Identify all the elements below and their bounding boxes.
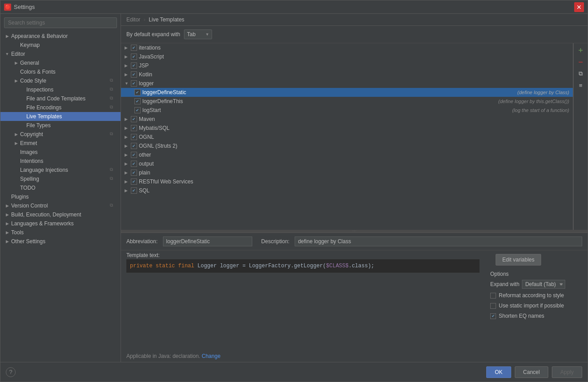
- add-template-button[interactable]: +: [575, 45, 586, 56]
- template-group-iterations[interactable]: ▶ iterations: [121, 43, 573, 52]
- shorten-eq-checkbox[interactable]: [490, 313, 496, 319]
- template-group-sql[interactable]: ▶ SQL: [121, 186, 573, 195]
- remove-template-button[interactable]: −: [575, 57, 586, 67]
- template-group-output[interactable]: ▶ output: [121, 159, 573, 168]
- sidebar-item-code-style[interactable]: Code Style ⧉: [0, 76, 121, 85]
- template-group-restful[interactable]: ▶ RESTful Web Services: [121, 177, 573, 186]
- static-import-checkbox[interactable]: [490, 303, 496, 309]
- sidebar-item-images[interactable]: Images: [0, 148, 121, 157]
- template-item-label: loggerDefineThis: [142, 98, 496, 104]
- help-button[interactable]: ?: [6, 367, 16, 377]
- checkbox-icon[interactable]: [131, 71, 137, 78]
- sidebar-item-plugins[interactable]: Plugins: [0, 192, 121, 201]
- arrow-icon: ▶: [125, 63, 131, 68]
- sidebar-item-inspections[interactable]: Inspections ⧉: [0, 85, 121, 94]
- template-item-loggerDefinethis[interactable]: loggerDefineThis (define logger by this.…: [121, 97, 573, 106]
- change-link[interactable]: Change: [202, 353, 221, 359]
- template-group-ognl[interactable]: ▶ OGNL: [121, 133, 573, 141]
- detail-area: Abbreviation: Description: Template text…: [121, 233, 588, 362]
- sidebar-item-keymap[interactable]: Keymap: [0, 41, 121, 50]
- reformat-checkbox[interactable]: [490, 293, 496, 299]
- sidebar-item-live-templates[interactable]: Live Templates: [0, 112, 121, 121]
- checkbox-icon[interactable]: [131, 45, 137, 51]
- sidebar-item-label: Languages & Frameworks: [10, 220, 117, 227]
- checkbox-icon[interactable]: [131, 152, 137, 158]
- apply-button[interactable]: Apply: [552, 366, 582, 378]
- checkbox-icon[interactable]: [131, 187, 137, 194]
- search-input[interactable]: [4, 17, 117, 28]
- sidebar-item-build[interactable]: Build, Execution, Deployment: [0, 210, 121, 219]
- sidebar-item-label: Plugins: [10, 194, 117, 200]
- sidebar-item-copyright[interactable]: Copyright ⧉: [0, 130, 121, 139]
- checkbox-icon[interactable]: [134, 89, 141, 96]
- checkbox-icon[interactable]: [131, 62, 137, 69]
- sidebar-item-label: File Types: [25, 122, 117, 129]
- copy-template-button[interactable]: ⧉: [575, 68, 586, 79]
- options-checkboxes: Reformat according to style Use static i…: [490, 292, 582, 321]
- arrow-icon: ▶: [125, 72, 131, 77]
- sidebar-item-language-injections[interactable]: Language Injections ⧉: [0, 166, 121, 174]
- checkbox-icon[interactable]: [131, 170, 137, 176]
- template-group-maven[interactable]: ▶ Maven: [121, 115, 573, 124]
- sidebar-item-tools[interactable]: Tools: [0, 228, 121, 237]
- sidebar-item-label: File Encodings: [25, 104, 110, 111]
- checkbox-icon[interactable]: [131, 143, 137, 149]
- template-group-mybatis[interactable]: ▶ Mybatis/SQL: [121, 124, 573, 133]
- checkbox-icon[interactable]: [131, 125, 137, 131]
- move-template-button[interactable]: ≡: [575, 80, 586, 91]
- code-editor[interactable]: private static final Logger logger = Log…: [126, 259, 480, 273]
- sidebar-item-languages[interactable]: Languages & Frameworks: [0, 219, 121, 228]
- close-button[interactable]: ✕: [574, 2, 584, 12]
- expand-with-option-label: Expand with: [490, 281, 519, 287]
- sidebar-item-file-encodings[interactable]: File Encodings ⧉: [0, 103, 121, 112]
- sidebar-item-file-code-templates[interactable]: File and Code Templates ⧉: [0, 94, 121, 103]
- checkbox-icon[interactable]: [134, 107, 141, 113]
- checkbox-icon[interactable]: [131, 80, 137, 87]
- checkbox-icon[interactable]: [131, 54, 137, 60]
- sidebar-item-intentions[interactable]: Intentions: [0, 157, 121, 166]
- sidebar-item-colors-fonts[interactable]: Colors & Fonts: [0, 67, 121, 76]
- checkbox-icon[interactable]: [134, 98, 141, 104]
- template-group-javascript[interactable]: ▶ JavaScript: [121, 52, 573, 61]
- expand-with-option-select[interactable]: Default (Tab) Tab Enter Space: [522, 280, 565, 289]
- ok-button[interactable]: OK: [486, 366, 511, 378]
- applicable-row: Applicable in Java: declaration. Change: [121, 350, 485, 362]
- arrow-icon: [4, 212, 10, 218]
- sidebar-item-label: Build, Execution, Deployment: [10, 212, 117, 218]
- template-group-label: JavaScript: [139, 54, 569, 60]
- sidebar-item-emmet[interactable]: Emmet: [0, 139, 121, 148]
- template-group-kotlin[interactable]: ▶ Kotlin: [121, 70, 573, 79]
- sidebar-item-spelling[interactable]: Spelling ⧉: [0, 174, 121, 183]
- template-group-other[interactable]: ▶ other: [121, 150, 573, 159]
- arrow-icon: [4, 33, 10, 39]
- sidebar-item-other-settings[interactable]: Other Settings: [0, 237, 121, 246]
- template-group-jsp[interactable]: ▶ JSP: [121, 61, 573, 70]
- sidebar-item-appearance[interactable]: Appearance & Behavior: [0, 32, 121, 41]
- expand-with-select[interactable]: Tab Enter Space: [184, 29, 212, 39]
- sidebar-item-general[interactable]: General: [0, 58, 121, 67]
- sidebar-item-editor[interactable]: Editor: [0, 50, 121, 58]
- sidebar-item-version-control[interactable]: Version Control ⧉: [0, 201, 121, 210]
- template-group-plain[interactable]: ▶ plain: [121, 168, 573, 177]
- arrow-icon: [13, 131, 19, 137]
- edit-variables-button[interactable]: Edit variables: [496, 254, 541, 266]
- checkbox-icon[interactable]: [131, 161, 137, 167]
- app-icon: 🔴: [4, 4, 11, 11]
- abbreviation-input[interactable]: [163, 237, 252, 246]
- checkbox-icon[interactable]: [131, 134, 137, 140]
- template-item-loggerDefinestatic[interactable]: loggerDefineStatic (define logger by Cla…: [121, 88, 573, 97]
- options-section: Options Expand with Default (Tab) Tab: [490, 271, 582, 321]
- checkbox-icon[interactable]: [131, 116, 137, 122]
- expand-with-bar: By default expand with Tab Enter Space: [121, 26, 588, 43]
- description-input[interactable]: [295, 237, 582, 246]
- checkbox-icon[interactable]: [131, 179, 137, 185]
- arrow-icon: [13, 149, 19, 155]
- template-group-logger[interactable]: ▼ logger: [121, 79, 573, 88]
- template-group-ognl-struts[interactable]: ▶ OGNL (Struts 2): [121, 141, 573, 150]
- sidebar-item-label: Emmet: [19, 140, 117, 146]
- template-item-logstart[interactable]: logStart (log the start of a function): [121, 106, 573, 115]
- sidebar-item-todo[interactable]: TODO: [0, 183, 121, 192]
- template-item-desc: (define logger by Class): [517, 90, 569, 95]
- sidebar-item-file-types[interactable]: File Types: [0, 121, 121, 130]
- cancel-button[interactable]: Cancel: [515, 366, 548, 378]
